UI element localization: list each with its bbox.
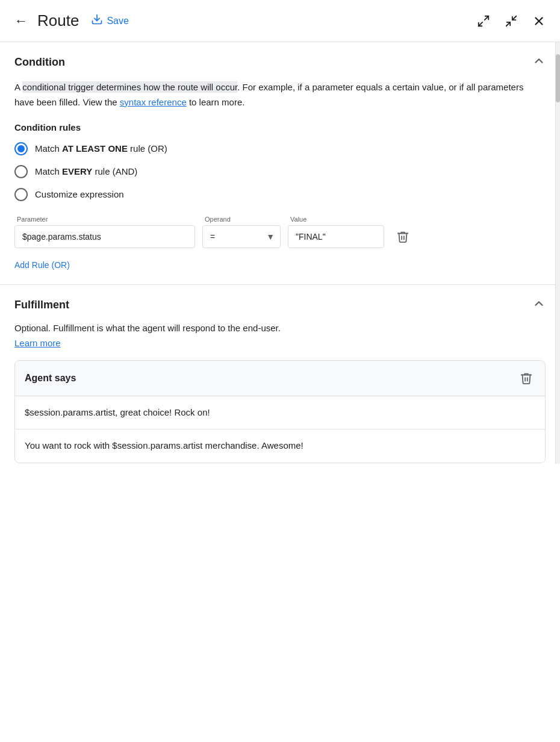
- operand-select-wrapper: = ≠ < > ▼: [202, 225, 281, 248]
- desc-highlight: conditional trigger determines how the r…: [22, 81, 237, 93]
- syntax-reference-link[interactable]: syntax reference: [120, 97, 187, 107]
- agent-trash-icon: [520, 372, 533, 385]
- agent-message-1: $session.params.artist, great choice! Ro…: [15, 396, 545, 430]
- radio-and-bold: EVERY: [62, 166, 92, 176]
- operand-label: Operand: [202, 216, 281, 223]
- chevron-up-icon: [532, 54, 546, 67]
- svg-line-3: [506, 22, 510, 25]
- rule-row: Parameter Operand = ≠ < > ▼ Value: [14, 216, 546, 248]
- agent-card-header: Agent says: [15, 361, 545, 396]
- back-button[interactable]: ←: [12, 11, 30, 31]
- condition-title: Condition: [14, 56, 65, 69]
- save-button[interactable]: Save: [86, 11, 133, 31]
- radio-custom-label: Customize expression: [35, 189, 124, 199]
- radio-or-label: Match AT LEAST ONE rule (OR): [35, 143, 167, 154]
- operand-field-group: Operand = ≠ < > ▼: [202, 216, 281, 248]
- agent-card: Agent says $session.params.artist, great…: [14, 360, 546, 463]
- header-left: ← Route Save: [12, 11, 474, 31]
- close-button[interactable]: [530, 12, 548, 30]
- radio-and-label: Match EVERY rule (AND): [35, 166, 137, 176]
- add-rule-button[interactable]: Add Rule (OR): [14, 258, 70, 272]
- radio-and[interactable]: Match EVERY rule (AND): [14, 165, 546, 178]
- radio-custom[interactable]: Customize expression: [14, 188, 546, 201]
- value-field-group: Value: [288, 216, 384, 248]
- agent-card-body: $session.params.artist, great choice! Ro…: [15, 396, 545, 463]
- fulfillment-description: Optional. Fulfillment is what the agent …: [14, 323, 546, 333]
- value-input[interactable]: [288, 225, 384, 248]
- trash-icon: [396, 230, 409, 243]
- agent-card-title: Agent says: [25, 373, 76, 384]
- parameter-input[interactable]: [14, 225, 195, 248]
- delete-agent-card-button[interactable]: [517, 369, 535, 387]
- radio-group: Match AT LEAST ONE rule (OR) Match EVERY…: [14, 142, 546, 201]
- svg-line-1: [485, 16, 488, 19]
- scroll-thumb: [556, 54, 560, 102]
- close-icon: [532, 14, 546, 28]
- operand-select[interactable]: = ≠ < >: [202, 225, 281, 248]
- agent-message-2: You want to rock with $session.params.ar…: [15, 429, 545, 463]
- radio-or[interactable]: Match AT LEAST ONE rule (OR): [14, 142, 546, 155]
- condition-rules-label: Condition rules: [14, 122, 546, 132]
- fulfillment-section: Fulfillment Optional. Fulfillment is wha…: [0, 285, 560, 475]
- save-label: Save: [107, 16, 128, 26]
- page-title: Route: [37, 11, 79, 30]
- value-label: Value: [288, 216, 384, 223]
- fulfillment-section-header: Fulfillment: [14, 297, 546, 313]
- radio-and-circle: [14, 165, 28, 178]
- fullscreen-icon: [477, 14, 490, 28]
- svg-line-4: [512, 16, 516, 19]
- header: ← Route Save: [0, 0, 560, 42]
- fulfillment-collapse-button[interactable]: [532, 297, 546, 313]
- desc-part1: A: [14, 82, 22, 92]
- radio-or-bold: AT LEAST ONE: [62, 143, 128, 154]
- condition-description: A conditional trigger determines how the…: [14, 80, 546, 110]
- learn-more-link[interactable]: Learn more: [14, 338, 546, 348]
- radio-or-circle: [14, 142, 28, 155]
- parameter-field-group: Parameter: [14, 216, 195, 248]
- back-icon: ←: [14, 13, 28, 29]
- radio-custom-circle: [14, 188, 28, 201]
- compress-icon: [505, 14, 518, 28]
- delete-rule-button[interactable]: [391, 225, 414, 248]
- svg-line-2: [479, 22, 482, 25]
- parameter-label: Parameter: [14, 216, 195, 223]
- desc-part3: to learn more.: [187, 97, 245, 107]
- scrollbar[interactable]: [555, 42, 560, 464]
- header-right: [474, 12, 548, 30]
- fulfillment-title: Fulfillment: [14, 299, 69, 311]
- fulfillment-chevron-up-icon: [532, 297, 546, 310]
- save-icon: [91, 13, 103, 28]
- condition-collapse-button[interactable]: [532, 54, 546, 70]
- fullscreen-button[interactable]: [474, 12, 493, 30]
- condition-section-header: Condition: [14, 54, 546, 70]
- compress-button[interactable]: [502, 12, 520, 30]
- condition-section: Condition A conditional trigger determin…: [0, 42, 560, 285]
